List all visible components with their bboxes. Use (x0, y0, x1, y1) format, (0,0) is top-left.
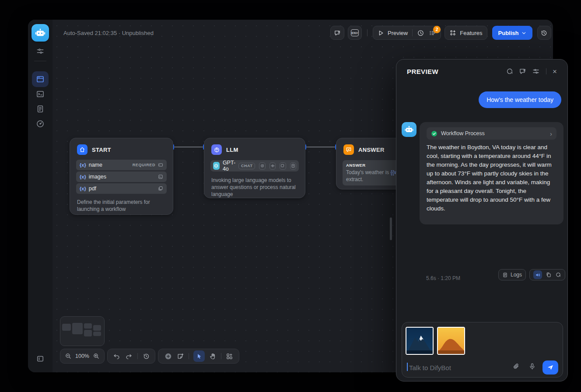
send-button[interactable] (542, 360, 558, 374)
workflow-process-row[interactable]: Workflow Process › (427, 127, 556, 140)
bot-message-text: The weather in Boydton, VA today is clea… (427, 143, 556, 213)
node-start[interactable]: START {x} name REQUIRED {x} images {x} p… (70, 138, 173, 215)
toolbar-divider (189, 353, 189, 359)
minimap-node (84, 330, 92, 336)
minimap-node (84, 323, 92, 329)
message-meta: 5.6s · 1:20 PM (426, 275, 460, 281)
edge-llm-answer (305, 147, 336, 147)
bot-message-bubble: Workflow Process › The weather in Boydto… (420, 122, 564, 224)
regenerate-icon[interactable] (555, 272, 561, 278)
add-note-icon[interactable] (177, 353, 184, 360)
node-llm-title: LLM (226, 147, 238, 153)
user-message-bubble: How's the weather today (479, 91, 561, 108)
conversation-settings-icon[interactable] (532, 67, 540, 75)
redo-icon[interactable] (125, 353, 133, 360)
run-group-divider (412, 29, 413, 36)
screen: Auto-Saved 21:02:35 · Unpublished ENV Pr… (0, 0, 581, 392)
checklist-button[interactable]: 2 (429, 29, 436, 37)
features-button[interactable]: Features (444, 26, 487, 40)
gauge-icon (36, 119, 45, 128)
window-icon (36, 75, 45, 84)
close-preview-icon[interactable]: × (553, 68, 557, 75)
variable-row-images[interactable]: {x} images (76, 172, 167, 182)
message-tools-group (529, 269, 565, 280)
variable-row-name[interactable]: {x} name REQUIRED (76, 160, 167, 170)
node-llm-header: LLM (204, 138, 305, 158)
voice-input-icon[interactable] (528, 363, 536, 371)
preview-run-button[interactable]: Preview (378, 30, 408, 36)
undo-icon[interactable] (113, 353, 120, 360)
preview-panel: PREVIEW × How's the weather today (396, 59, 568, 382)
node-start-header: START (70, 138, 173, 158)
run-group: Preview 2 (373, 26, 441, 40)
logs-button[interactable]: Logs (498, 269, 526, 280)
node-start-title: START (92, 147, 111, 153)
change-history-icon[interactable] (143, 353, 150, 360)
features-icon (449, 29, 456, 36)
gpt4o-provider-icon (213, 162, 220, 170)
canvas-scrollbar[interactable] (390, 217, 392, 240)
restart-conversation-icon[interactable] (506, 67, 514, 75)
model-selector[interactable]: GPT-4o CHAT (210, 160, 299, 172)
publish-button[interactable]: Publish (492, 26, 532, 40)
publish-label: Publish (498, 30, 519, 36)
required-tag: REQUIRED (133, 163, 155, 167)
variable-name: images (89, 174, 155, 180)
sidebar (28, 20, 52, 372)
preview-title: PREVIEW (407, 68, 500, 75)
attach-file-icon[interactable] (513, 363, 521, 371)
vision-capability-icon (259, 162, 265, 170)
variable-row-pdf[interactable]: {x} pdf (76, 183, 167, 194)
organize-nodes-icon[interactable] (226, 353, 233, 360)
zoom-in-icon[interactable] (93, 353, 100, 360)
sidebar-item-api[interactable] (36, 90, 45, 98)
version-history-button[interactable] (537, 26, 551, 40)
minimap[interactable] (60, 316, 105, 346)
pointer-tool-icon[interactable] (193, 350, 205, 362)
minimap-node (93, 325, 101, 331)
attachment-thumbnail-sunset[interactable] (437, 327, 465, 355)
attachment-thumbnail-fuji[interactable] (406, 327, 434, 355)
history-icon (540, 29, 548, 37)
app-logo[interactable] (32, 24, 49, 42)
features-label: Features (460, 30, 482, 36)
run-history-button[interactable] (417, 29, 424, 37)
text-caret (407, 363, 408, 371)
robot-icon (35, 27, 46, 38)
robot-icon (404, 125, 414, 134)
workflow-process-label: Workflow Process (441, 130, 546, 136)
zoom-toolbar: 100% (60, 349, 105, 364)
chat-mode-badge: CHAT (238, 163, 255, 169)
zoom-level[interactable]: 100% (75, 353, 89, 359)
send-icon (547, 364, 554, 371)
sidebar-item-logs[interactable] (36, 105, 45, 113)
checklist-badge: 2 (433, 26, 441, 33)
header-divider (546, 68, 546, 74)
copy-icon[interactable] (546, 272, 552, 278)
zoom-out-icon[interactable] (65, 353, 72, 360)
chat-input[interactable] (408, 362, 502, 373)
annotation-icon[interactable] (519, 67, 527, 75)
sidebar-item-orchestrate[interactable] (32, 71, 49, 87)
hand-tool-icon[interactable] (209, 353, 217, 360)
node-start-description: Define the initial parameters for launch… (70, 195, 173, 219)
image-capability-icon (280, 162, 286, 170)
add-node-icon[interactable] (164, 352, 172, 360)
autosave-status: Auto-Saved 21:02:35 · Unpublished (63, 30, 154, 36)
file-type-icon (158, 186, 163, 191)
toolbar-divider (221, 353, 221, 359)
node-llm[interactable]: LLM GPT-4o CHAT (204, 138, 305, 198)
env-variables-button[interactable]: ENV (348, 26, 362, 40)
speaker-icon[interactable] (533, 270, 542, 279)
collapse-sidebar-icon[interactable] (36, 354, 45, 363)
bot-avatar (402, 122, 416, 137)
chevron-right-icon: › (550, 130, 552, 137)
annotation-button[interactable] (330, 26, 344, 40)
env-icon: ENV (351, 29, 359, 36)
clock-run-icon (417, 29, 424, 37)
chevron-down-icon (522, 31, 526, 35)
app-settings-icon[interactable] (36, 47, 45, 56)
sidebar-item-monitoring[interactable] (36, 119, 45, 128)
logs-document-icon (36, 105, 45, 113)
minimap-node (62, 324, 71, 331)
